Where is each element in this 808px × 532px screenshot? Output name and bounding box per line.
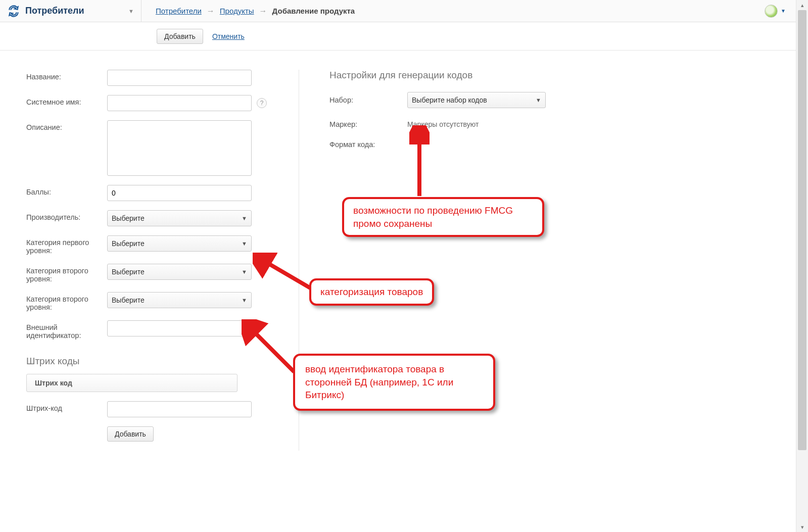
logo-icon (7, 5, 20, 18)
chevron-down-icon: ▼ (242, 269, 247, 275)
cat1-label: Категория первого уровня: (26, 235, 107, 255)
topbar: Потребители ▼ Потребители → Продукты → Д… (0, 0, 796, 22)
cat3-select[interactable]: Выберите ▼ (107, 292, 252, 308)
window-scrollbar[interactable]: ▴ ▾ (796, 0, 808, 532)
chevron-down-icon: ▼ (779, 8, 788, 14)
points-label: Баллы: (26, 185, 107, 196)
cat2-value: Выберите (112, 268, 145, 276)
codegen-title: Настройки для генерации кодов (329, 70, 562, 81)
codeset-value: Выберите набор кодов (412, 96, 487, 104)
arrow-right-icon: → (259, 7, 267, 16)
breadcrumb: Потребители → Продукты → Добавление прод… (141, 7, 355, 16)
avatar (765, 5, 778, 18)
user-menu[interactable]: ▼ (765, 5, 791, 18)
arrow-right-icon: → (207, 7, 215, 16)
sysname-label: Системное имя: (26, 95, 107, 106)
extid-label: Внешний идентификатор: (26, 320, 107, 340)
points-input[interactable] (107, 185, 252, 201)
sysname-input[interactable] (107, 95, 252, 111)
cat2-select[interactable]: Выберите ▼ (107, 264, 252, 280)
breadcrumb-link-0[interactable]: Потребители (156, 7, 202, 15)
annotation-callout-1: возможности по проведению FMCG промо сох… (342, 197, 544, 237)
barcode-tab[interactable]: Штрих код (26, 374, 237, 392)
actionbar: Добавить Отменить (0, 22, 796, 51)
codegen-panel: Настройки для генерации кодов Набор: Выб… (299, 70, 562, 161)
codeset-select[interactable]: Выберите набор кодов ▼ (407, 92, 546, 108)
annotation-callout-2: категоризация товаров (309, 278, 434, 306)
barcode-section-title: Штрих коды (26, 356, 276, 367)
extid-input[interactable] (107, 320, 252, 336)
chevron-down-icon: ▼ (242, 297, 247, 303)
barcode-field-label: Штрих-код (26, 401, 107, 412)
desc-label: Описание: (26, 120, 107, 131)
set-label: Набор: (329, 96, 407, 104)
cat1-value: Выберите (112, 239, 145, 248)
cat3-label: Категория второго уровня: (26, 292, 107, 311)
site-switch[interactable]: Потребители ▼ (0, 0, 141, 22)
chevron-down-icon: ▼ (536, 97, 541, 103)
chevron-down-icon: ▼ (128, 8, 134, 14)
name-label: Название: (26, 70, 107, 81)
marker-value: Маркеры отсутствуют (407, 120, 479, 128)
scroll-down-icon[interactable]: ▾ (796, 522, 808, 532)
scroll-up-icon[interactable]: ▴ (796, 0, 808, 10)
annotation-callout-3: ввод идентификатора товара в сторонней Б… (293, 354, 495, 411)
breadcrumb-current: Добавление продукта (272, 7, 355, 15)
desc-input[interactable] (107, 120, 252, 176)
chevron-down-icon: ▼ (242, 215, 247, 221)
cat2-label: Категория второго уровня: (26, 264, 107, 283)
name-input[interactable] (107, 70, 252, 86)
manufacturer-select[interactable]: Выберите ▼ (107, 210, 252, 226)
cat1-select[interactable]: Выберите ▼ (107, 235, 252, 252)
cancel-link[interactable]: Отменить (212, 32, 245, 40)
help-icon[interactable]: ? (257, 98, 267, 108)
scrollbar-thumb[interactable] (798, 10, 806, 450)
barcode-input[interactable] (107, 401, 252, 417)
chevron-down-icon: ▼ (242, 240, 247, 247)
manufacturer-value: Выберите (112, 214, 145, 222)
breadcrumb-link-1[interactable]: Продукты (220, 7, 254, 15)
manufacturer-label: Производитель: (26, 210, 107, 221)
marker-label: Маркер: (329, 120, 407, 128)
format-label: Формат кода: (329, 140, 407, 149)
barcode-add-button[interactable]: Добавить (107, 426, 154, 442)
add-button[interactable]: Добавить (157, 29, 203, 44)
cat3-value: Выберите (112, 296, 145, 304)
barcode-tab-label: Штрих код (35, 379, 72, 387)
form-left-column: Название: Системное имя: ? Описание: (26, 70, 299, 451)
site-name: Потребители (25, 6, 84, 16)
